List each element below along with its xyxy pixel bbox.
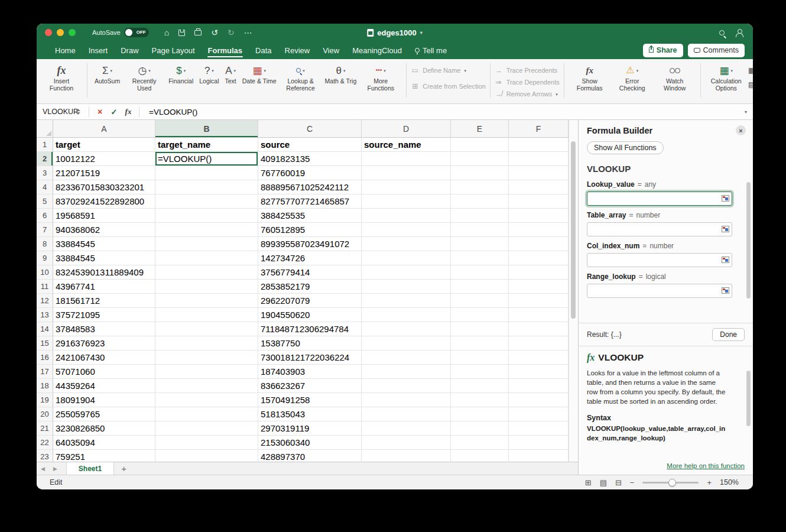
cell-D2[interactable] xyxy=(362,152,451,166)
cell-B6[interactable] xyxy=(155,209,258,223)
cell-F22[interactable] xyxy=(509,436,569,450)
cell-D16[interactable] xyxy=(362,351,451,365)
tab-home[interactable]: Home xyxy=(48,41,82,59)
cell-B7[interactable] xyxy=(155,223,258,237)
tab-view[interactable]: View xyxy=(316,41,346,59)
row-header-2[interactable]: 2 xyxy=(37,152,53,166)
row-header-22[interactable]: 22 xyxy=(37,436,53,450)
cell-E12[interactable] xyxy=(451,294,509,308)
cell-F6[interactable] xyxy=(509,209,569,223)
zoom-slider[interactable] xyxy=(642,482,699,484)
define-name-button[interactable]: ▭ Define Name ▾ xyxy=(411,66,485,74)
remove-arrows-button[interactable]: ↛ Remove Arrows ▾ xyxy=(495,90,560,98)
cell-C18[interactable]: 836623267 xyxy=(258,379,362,393)
cell-E22[interactable] xyxy=(451,436,509,450)
cell-D14[interactable] xyxy=(362,322,451,336)
cell-A5[interactable]: 837029241522892800 xyxy=(53,194,155,209)
trace-dependents-button[interactable]: ⇒ Trace Dependents xyxy=(495,78,560,86)
zoom-out-button[interactable]: − xyxy=(630,478,635,487)
cell-A18[interactable]: 44359264 xyxy=(53,379,155,393)
row-header-7[interactable]: 7 xyxy=(37,223,53,237)
cell-C5[interactable]: 827757707721465857 xyxy=(258,194,362,209)
cell-D9[interactable] xyxy=(362,251,451,265)
cell-A9[interactable]: 33884545 xyxy=(53,251,155,265)
cell-E23[interactable] xyxy=(451,450,509,462)
cell-C9[interactable]: 142734726 xyxy=(258,251,362,265)
more-commands-icon[interactable]: ⋯ xyxy=(244,28,252,37)
cell-F17[interactable] xyxy=(509,365,569,379)
text-button[interactable]: A▾ Text xyxy=(222,62,239,86)
autosum-button[interactable]: Σ▾ AutoSum xyxy=(92,62,123,86)
home-icon[interactable]: ⌂ xyxy=(164,28,169,37)
cell-E11[interactable] xyxy=(451,280,509,294)
cell-B8[interactable] xyxy=(155,237,258,251)
cell-F9[interactable] xyxy=(509,251,569,265)
name-box[interactable]: VLOOKUP xyxy=(37,108,76,116)
row-header-8[interactable]: 8 xyxy=(37,237,53,251)
cell-E16[interactable] xyxy=(451,351,509,365)
row-header-16[interactable]: 16 xyxy=(37,351,53,365)
zoom-level[interactable]: 150% xyxy=(720,478,739,486)
cell-C6[interactable]: 388425535 xyxy=(258,209,362,223)
cell-B12[interactable] xyxy=(155,294,258,308)
cell-E2[interactable] xyxy=(451,152,509,166)
cell-C19[interactable]: 1570491258 xyxy=(258,393,362,407)
cell-E7[interactable] xyxy=(451,223,509,237)
column-header-F[interactable]: F xyxy=(509,120,569,137)
cell-F7[interactable] xyxy=(509,223,569,237)
page-layout-view-button[interactable]: ▤ xyxy=(600,478,607,487)
cell-A11[interactable]: 43967741 xyxy=(53,280,155,294)
row-header-18[interactable]: 18 xyxy=(37,379,53,393)
cell-A14[interactable]: 37848583 xyxy=(53,322,155,336)
row-header-13[interactable]: 13 xyxy=(37,308,53,322)
cell-C15[interactable]: 15387750 xyxy=(258,336,362,351)
range-selector-icon[interactable] xyxy=(722,195,729,202)
cell-B23[interactable] xyxy=(155,450,258,462)
watch-window-button[interactable]: Watch Window xyxy=(654,62,696,93)
save-icon[interactable] xyxy=(178,30,185,36)
cell-B4[interactable] xyxy=(155,180,258,194)
cell-F14[interactable] xyxy=(509,322,569,336)
row-header-10[interactable]: 10 xyxy=(37,265,53,280)
cell-A6[interactable]: 19568591 xyxy=(53,209,155,223)
close-window-button[interactable] xyxy=(45,29,52,36)
cell-B13[interactable] xyxy=(155,308,258,322)
row-header-19[interactable]: 19 xyxy=(37,393,53,407)
cell-C7[interactable]: 760512895 xyxy=(258,223,362,237)
cell-D4[interactable] xyxy=(362,180,451,194)
column-header-A[interactable]: A xyxy=(53,120,155,137)
table-array-input[interactable] xyxy=(587,222,732,236)
enter-button[interactable]: ✓ xyxy=(107,108,121,116)
cell-D8[interactable] xyxy=(362,237,451,251)
cell-A16[interactable]: 2421067430 xyxy=(53,351,155,365)
cell-C11[interactable]: 2853852179 xyxy=(258,280,362,294)
cell-F23[interactable] xyxy=(509,450,569,462)
row-header-12[interactable]: 12 xyxy=(37,294,53,308)
calculation-options-button[interactable]: ▦▾ Calculation Options xyxy=(705,62,748,93)
cell-D6[interactable] xyxy=(362,209,451,223)
column-header-E[interactable]: E xyxy=(451,120,509,137)
cell-B15[interactable] xyxy=(155,336,258,351)
more-functions-button[interactable]: •••▾ More Functions xyxy=(359,62,402,93)
cell-A15[interactable]: 2916376923 xyxy=(53,336,155,351)
close-icon[interactable]: × xyxy=(736,125,746,135)
autosave-toggle[interactable]: OFF xyxy=(124,28,149,37)
panel-scrollbar-thumb[interactable] xyxy=(746,182,751,299)
cell-F16[interactable] xyxy=(509,351,569,365)
cell-E6[interactable] xyxy=(451,209,509,223)
cell-C17[interactable]: 187403903 xyxy=(258,365,362,379)
cell-C14[interactable]: 711848712306294784 xyxy=(258,322,362,336)
cell-A19[interactable]: 18091904 xyxy=(53,393,155,407)
share-button[interactable]: Share xyxy=(643,44,683,57)
cell-F18[interactable] xyxy=(509,379,569,393)
insert-function-button[interactable]: fx Insert Function xyxy=(40,62,83,93)
cell-A2[interactable]: 10012122 xyxy=(53,152,155,166)
cell-B20[interactable] xyxy=(155,407,258,421)
row-header-6[interactable]: 6 xyxy=(37,209,53,223)
cell-D11[interactable] xyxy=(362,280,451,294)
cell-F11[interactable] xyxy=(509,280,569,294)
help-scrollbar-thumb[interactable] xyxy=(746,371,751,426)
cell-C4[interactable]: 888895671025242112 xyxy=(258,180,362,194)
cell-B17[interactable] xyxy=(155,365,258,379)
zoom-slider-knob[interactable] xyxy=(668,479,676,486)
